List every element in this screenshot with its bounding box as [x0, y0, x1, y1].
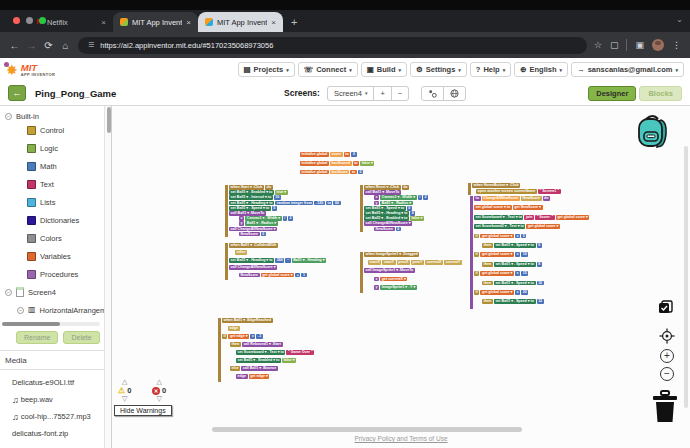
block-segment[interactable]: NewScore [239, 273, 260, 278]
block-segment[interactable]: y [239, 221, 244, 226]
block-segment[interactable]: Ball1 ▾ . Heading ▾ [292, 258, 327, 263]
block-segment[interactable]: / [418, 195, 422, 200]
menu-english[interactable]: ⊕English▾ [514, 62, 568, 77]
block-segment[interactable]: 2 [288, 216, 293, 221]
block-segment[interactable]: 10 [274, 195, 281, 200]
block-segment[interactable]: call Ball1 ▾ .MoveTo [229, 211, 266, 216]
block-segment[interactable]: when Reset ▾ .Click [364, 185, 401, 190]
block-segment[interactable]: y [374, 201, 379, 206]
block-segment[interactable]: -120 [314, 201, 324, 206]
reading-list-icon[interactable]: ▢ [610, 40, 619, 50]
block-segment[interactable]: score [330, 152, 343, 157]
block-segment[interactable]: set Ball1 ▾ . Speed ▾ to [494, 262, 536, 267]
tab-close-icon[interactable]: × [271, 18, 276, 27]
block-segment[interactable]: when Ball1 ▾ .EdgeReached [222, 318, 273, 323]
tune-icon[interactable]: ☰ [88, 41, 94, 49]
block-segment[interactable]: initialize global [300, 170, 329, 175]
block-segment[interactable]: currentY [444, 260, 462, 265]
block-segment[interactable]: startY [382, 260, 395, 265]
zoom-out-button[interactable]: − [660, 367, 674, 381]
block-segment[interactable]: 0 [407, 206, 412, 211]
maximize-window-button[interactable] [39, 17, 46, 24]
when-ball-edgereached-block[interactable]: when Ball1 ▾ .EdgeReachededgeifget edge … [218, 318, 314, 382]
block-segment[interactable]: ChangeAllNewScore [482, 196, 520, 201]
block-segment[interactable]: 5 [272, 206, 277, 211]
block-segment[interactable]: edge [228, 326, 240, 331]
block-segment[interactable]: when HomeButton ▾ .Click [472, 183, 520, 188]
block-segment[interactable]: -1 [256, 334, 262, 339]
canvas-horizontal-scrollbar[interactable] [212, 427, 522, 432]
block-segment[interactable]: " Screen1 " [538, 189, 561, 194]
profile-avatar[interactable] [652, 39, 664, 51]
reload-icon[interactable]: ⟳ [43, 40, 54, 51]
media-file[interactable]: Delicatus-e9OLI.ttf [0, 374, 104, 391]
block-segment[interactable]: set Ball1 ▾ . Speed ▾ to [494, 281, 536, 286]
block-segment[interactable]: 0 [396, 227, 401, 232]
block-segment[interactable]: 5 [521, 234, 526, 239]
block-segment[interactable]: " Score: " [535, 215, 555, 220]
block-segment[interactable]: 2 [423, 195, 428, 200]
blocks-canvas[interactable]: initialize globalscoreto0initialize glob… [112, 106, 690, 448]
block-segment[interactable]: get currentX ▾ [380, 277, 407, 282]
when-reset-click-block[interactable]: when Reset ▾ .Clickdocall Ball1 ▾ .MoveT… [360, 185, 428, 232]
drawer-variables[interactable]: Variables [0, 247, 104, 265]
block-segment[interactable]: false ▾ [282, 358, 296, 363]
block-segment[interactable]: open another screen screenName [476, 189, 537, 194]
block-segment[interactable]: when Ball1 ▾ .CollidedWith [229, 243, 278, 248]
block-segment[interactable]: 60 [333, 201, 340, 206]
component-horizontalarrangem[interactable]: −▥HorizontalArrangem [0, 301, 104, 319]
block-segment[interactable]: Ball1 ▾ . Radius ▾ [380, 201, 412, 206]
block-segment[interactable]: lastScore [330, 170, 349, 175]
block-segment[interactable]: set global score ▾ to [474, 205, 512, 210]
block-segment[interactable]: x [239, 216, 244, 221]
forward-icon[interactable]: → [26, 40, 37, 51]
block-segment[interactable]: if [474, 290, 479, 295]
add-screen-button[interactable]: + [373, 86, 391, 101]
block-segment[interactable]: get global score ▾ [480, 271, 514, 276]
drawer-procedures[interactable]: Procedures [0, 265, 104, 283]
select-blocks-icon[interactable] [658, 300, 673, 315]
block-segment[interactable]: call Ball1 ▾ .Bounce [241, 366, 278, 371]
block-segment[interactable]: set Ball1 ▾ . Speed ▾ to [494, 243, 536, 248]
block-segment[interactable]: to [326, 201, 333, 206]
block-segment[interactable]: − [285, 258, 290, 263]
block-segment[interactable]: / [283, 216, 287, 221]
zoom-in-button[interactable]: + [660, 349, 674, 363]
block-segment[interactable]: y [374, 285, 379, 290]
block-segment[interactable]: Ball1 ▾ . Radius ▾ [245, 221, 277, 226]
drawer-dictionaries[interactable]: Dictionaries [0, 211, 104, 229]
menu-settings[interactable]: ⚙Settings▾ [410, 62, 467, 77]
block-segment[interactable]: edge [236, 374, 248, 379]
block-segment[interactable]: to [474, 196, 481, 201]
menu-build[interactable]: ▣Build▾ [361, 62, 407, 77]
block-segment[interactable]: 360 [275, 258, 284, 263]
block-segment[interactable]: get global score ▾ [261, 273, 295, 278]
close-window-button[interactable] [13, 17, 20, 24]
url-text[interactable]: https://ai2.appinventor.mit.edu/#5170235… [100, 41, 273, 50]
block-segment[interactable]: x [374, 277, 379, 282]
collapse-icon[interactable]: − [5, 113, 12, 120]
block-segment[interactable]: set Ball1 ▾ . Speed ▾ to [229, 206, 271, 211]
block-segment[interactable]: 8 [537, 262, 542, 267]
drawer-math[interactable]: Math [0, 157, 104, 175]
block-segment[interactable]: set Ball1 ▾ . Speed ▾ to [364, 206, 406, 211]
block-segment[interactable]: do [402, 185, 410, 190]
block-segment[interactable]: Canvas1 ▾ . Width ▾ [245, 216, 282, 221]
block-segment[interactable]: 0 [261, 232, 266, 237]
block-segment[interactable]: call ChangeAllNewScore ▾ [364, 221, 412, 226]
block-segment[interactable]: 6 [537, 243, 542, 248]
block-segment[interactable]: get global score ▾ [480, 252, 514, 257]
block-segment[interactable]: set Ball1 ▾ . Enabled ▾ to [364, 216, 409, 221]
block-segment[interactable]: ImageSprite1 ▾ . Y ▾ [380, 285, 417, 290]
menu-help[interactable]: ?Help▾ [470, 62, 511, 77]
block-segment[interactable]: call Ball1 ▾ .MoveTo [364, 190, 401, 195]
tab-search-chevron-icon[interactable]: ⌄ [676, 15, 683, 24]
collapse-icon[interactable]: − [17, 307, 24, 314]
block-segment[interactable]: call ChangeAllNewScore ▾ [229, 265, 277, 270]
block-segment[interactable]: then [482, 281, 493, 286]
block-segment[interactable]: 0 [410, 211, 415, 216]
when-imagesprite-dragged-block[interactable]: when ImageSprite1 ▾ .DraggedstartXstartY… [360, 252, 462, 293]
block-segment[interactable]: 0 [358, 170, 363, 175]
publish-gallery-button[interactable] [443, 86, 466, 101]
block-segment[interactable]: get edge ▾ [228, 334, 249, 339]
